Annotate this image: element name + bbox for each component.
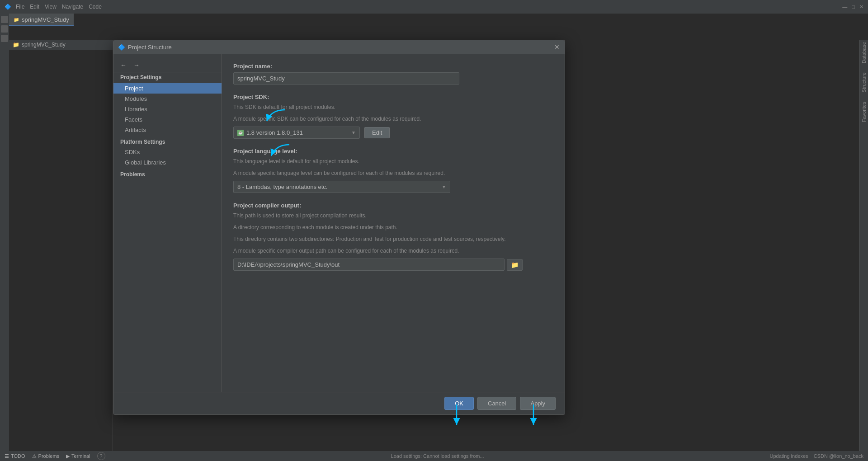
project-panel-icon: 📁: [13, 42, 19, 48]
project-name-section: Project name:: [233, 63, 553, 85]
platform-settings-header: Platform Settings: [113, 135, 222, 147]
dialog-body: ← → Project Settings Project Modules Lib…: [113, 54, 565, 392]
project-compiler-desc1: This path is used to store all project c…: [233, 212, 553, 220]
sdk-select-inner: ☕ 1.8 version 1.8.0_131: [237, 129, 303, 136]
bottom-status-left: Load settings: Cannot load settings from…: [391, 453, 484, 459]
menu-view[interactable]: View: [45, 4, 57, 10]
project-sdk-section: Project SDK: This SDK is default for all…: [233, 94, 553, 139]
language-dropdown-arrow: ▼: [442, 184, 446, 189]
ide-logo: 🔷: [5, 4, 11, 10]
project-language-section: Project language level: This language le…: [233, 148, 553, 193]
compiler-path-input[interactable]: [233, 259, 505, 271]
nav-item-libraries[interactable]: Libraries: [113, 104, 222, 114]
window-minimize[interactable]: —: [842, 4, 847, 9]
project-name-label: springMVC_Study: [22, 16, 69, 23]
ide-titlebar: 🔷 File Edit View Navigate Code — □ ✕: [0, 0, 868, 14]
menu-edit[interactable]: Edit: [30, 4, 39, 10]
dialog-title-text: Project Structure: [128, 44, 172, 51]
bottom-tab-problems[interactable]: ⚠ Problems: [32, 453, 59, 459]
nav-item-artifacts[interactable]: Artifacts: [113, 125, 222, 135]
ide-project-title: 📁 springMVC_Study: [9, 14, 74, 26]
dialog-content: Project name: Project SDK: This SDK is d…: [222, 54, 565, 392]
nav-item-facets[interactable]: Facets: [113, 114, 222, 125]
ide-left-sidebar: [0, 14, 9, 461]
window-close[interactable]: ✕: [859, 4, 863, 10]
terminal-icon: ▶: [66, 453, 70, 459]
terminal-label: Terminal: [71, 453, 90, 459]
project-panel-name: springMVC_Study: [22, 42, 66, 48]
nav-item-sdks[interactable]: SDKs: [113, 147, 222, 157]
compiler-browse-button[interactable]: 📁: [507, 259, 523, 271]
project-sdk-desc1: This SDK is default for all project modu…: [233, 103, 553, 111]
project-sdk-desc2: A module specific SDK can be configured …: [233, 115, 553, 123]
bottom-tab-todo[interactable]: ☰ TODO: [5, 453, 25, 459]
nav-forward-button[interactable]: →: [131, 61, 142, 70]
nav-back-button[interactable]: ←: [118, 61, 129, 70]
project-name-input[interactable]: [233, 72, 459, 85]
project-compiler-desc2: A directory corresponding to each module…: [233, 223, 553, 231]
menu-file[interactable]: File: [16, 4, 24, 10]
project-compiler-desc3: This directory contains two subdirectori…: [233, 235, 553, 243]
sidebar-icon-2[interactable]: [1, 25, 8, 33]
project-compiler-section: Project compiler output: This path is us…: [233, 202, 553, 271]
project-language-label: Project language level:: [233, 148, 553, 155]
dialog-close-button[interactable]: ✕: [554, 44, 560, 50]
project-language-desc2: A module specific language level can be …: [233, 169, 553, 177]
sdk-dropdown-arrow: ▼: [351, 130, 356, 135]
project-sdk-label: Project SDK:: [233, 94, 553, 100]
dialog-controls: ✕: [554, 44, 560, 50]
dialog-titlebar: 🔷 Project Structure ✕: [113, 40, 565, 54]
sidebar-icon-1[interactable]: [1, 16, 8, 23]
nav-item-project[interactable]: Project: [113, 83, 222, 94]
menu-code[interactable]: Code: [89, 4, 102, 10]
dialog-nav: ← → Project Settings Project Modules Lib…: [113, 54, 222, 392]
ide-project-panel: 📁 springMVC_Study: [9, 40, 113, 451]
problems-label: Problems: [38, 453, 59, 459]
sidebar-icon-3[interactable]: [1, 35, 8, 42]
window-maximize[interactable]: □: [852, 4, 855, 9]
project-name-label: Project name:: [233, 63, 553, 70]
sdk-value-text: 1.8 version 1.8.0_131: [246, 129, 303, 136]
ide-bottombar: ☰ TODO ⚠ Problems ▶ Terminal ? Load sett…: [0, 451, 868, 461]
sdk-edit-button[interactable]: Edit: [364, 127, 390, 138]
right-tab-structure[interactable]: Structure: [861, 72, 867, 93]
compiler-output-row: 📁: [233, 259, 553, 271]
language-level-dropdown[interactable]: 8 - Lambdas, type annotations etc. ▼: [233, 181, 450, 193]
todo-icon: ☰: [5, 453, 9, 459]
nav-item-modules[interactable]: Modules: [113, 94, 222, 104]
ide-right-panel: Database Structure Favorites: [859, 40, 868, 451]
right-tab-favorites[interactable]: Favorites: [861, 102, 867, 122]
bottom-tabs: ☰ TODO ⚠ Problems ▶ Terminal ?: [5, 452, 105, 460]
csdn-label: CSDN @lion_no_back: [814, 453, 863, 459]
bottom-tab-terminal[interactable]: ▶ Terminal: [66, 453, 90, 459]
updating-label: Updating indexes: [770, 453, 808, 459]
sdk-dropdown[interactable]: ☕ 1.8 version 1.8.0_131 ▼: [233, 127, 360, 139]
language-level-value: 8 - Lambdas, type annotations etc.: [237, 183, 327, 190]
project-settings-header: Project Settings: [113, 72, 222, 83]
nav-back-row: ← →: [113, 58, 222, 72]
sdk-java-icon: ☕: [237, 130, 244, 136]
project-compiler-label: Project compiler output:: [233, 202, 553, 209]
project-language-desc1: This language level is default for all p…: [233, 157, 553, 165]
help-button[interactable]: ?: [97, 452, 105, 460]
todo-label: TODO: [11, 453, 25, 459]
dialog-footer: OK Cancel Apply: [113, 392, 565, 414]
project-structure-dialog: 🔷 Project Structure ✕ ← → Project Settin…: [113, 40, 565, 415]
apply-button[interactable]: Apply: [520, 397, 556, 410]
dialog-title-icon: 🔷: [118, 44, 125, 51]
nav-item-global-libraries[interactable]: Global Libraries: [113, 157, 222, 168]
project-compiler-desc4: A module specific compiler output path c…: [233, 247, 553, 255]
problems-icon: ⚠: [32, 453, 37, 459]
dialog-title: 🔷 Project Structure: [118, 44, 172, 51]
right-tab-database[interactable]: Database: [861, 42, 867, 63]
cancel-button[interactable]: Cancel: [477, 397, 516, 410]
project-panel-title: 📁 springMVC_Study: [9, 40, 113, 50]
problems-nav-item[interactable]: Problems: [113, 168, 222, 179]
ok-button[interactable]: OK: [444, 397, 474, 410]
bottom-status-right: Updating indexes CSDN @lion_no_back: [770, 453, 863, 459]
sdk-row: ☕ 1.8 version 1.8.0_131 ▼ Edit: [233, 127, 553, 139]
menu-navigate[interactable]: Navigate: [62, 4, 83, 10]
project-icon: 📁: [14, 17, 19, 22]
